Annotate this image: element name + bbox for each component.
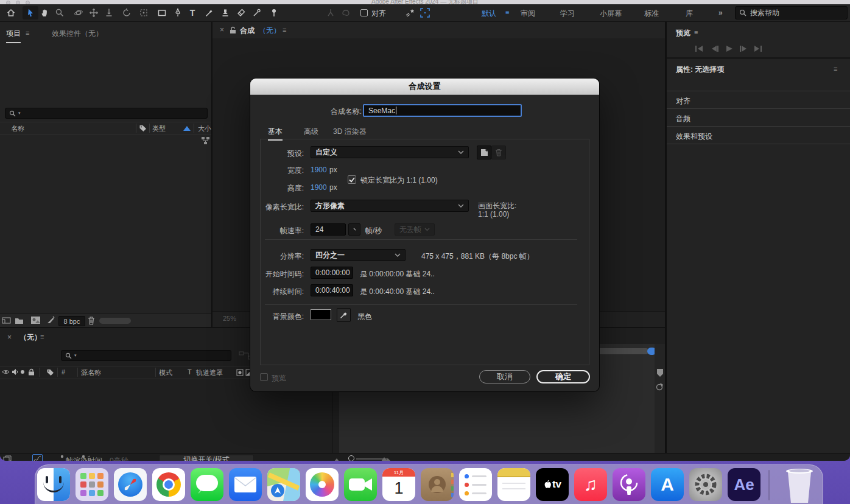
camera-tracker-tool-icon[interactable]	[138, 7, 150, 18]
video-visibility-icon[interactable]	[2, 369, 10, 375]
roto-brush-tool-icon[interactable]	[251, 7, 263, 18]
ok-button[interactable]: 确定	[536, 370, 590, 383]
new-folder-icon[interactable]	[15, 317, 24, 324]
section-effects-presets[interactable]: 效果和预设	[676, 131, 712, 142]
dock-icon-settings[interactable]	[689, 468, 722, 501]
rotation-tool-icon[interactable]	[121, 7, 133, 18]
dock-icon-calendar[interactable]: 11月 1	[382, 468, 415, 501]
dock-icon-safari[interactable]	[114, 468, 147, 501]
workspace-bracket-icon[interactable]	[419, 7, 431, 18]
zoom-in-mountains-icon[interactable]	[381, 456, 392, 461]
comp-button-icon[interactable]	[655, 382, 665, 392]
snapshot-stack-icon[interactable]	[3, 455, 12, 461]
first-frame-icon[interactable]	[695, 45, 704, 52]
column-type[interactable]: 类型	[152, 124, 166, 133]
column-mode[interactable]: 模式	[159, 368, 172, 377]
tab-preview[interactable]: 预览	[676, 28, 690, 38]
project-panel-menu-icon[interactable]: ≡	[26, 29, 29, 37]
tab-composition-none[interactable]: （无）	[259, 26, 281, 36]
dock-icon-music[interactable]: ♫	[574, 468, 607, 501]
timeline-close-icon[interactable]: ×	[7, 333, 12, 341]
comp-marker-bin-icon[interactable]	[656, 368, 664, 377]
dialog-tab-advanced[interactable]: 高级	[304, 127, 318, 137]
column-track-matte[interactable]: 轨道遮罩	[196, 368, 223, 377]
dock-icon-trash[interactable]	[784, 467, 815, 503]
flowchart-icon[interactable]	[201, 136, 210, 145]
selection-tool-icon[interactable]	[24, 7, 37, 18]
unlock-icon[interactable]	[230, 26, 236, 34]
snap-checkbox[interactable]	[360, 9, 368, 16]
workspace-tab-small-screen[interactable]: 小屏幕	[600, 9, 622, 19]
project-search-input[interactable]: ▾	[5, 108, 208, 119]
background-color-swatch[interactable]	[311, 309, 331, 320]
frame-rate-dropdown-button[interactable]	[348, 223, 360, 236]
column-size[interactable]: 大小	[198, 124, 211, 133]
dock-icon-photos[interactable]	[306, 468, 339, 501]
help-search-box[interactable]: 搜索帮助	[735, 6, 848, 19]
width-value[interactable]: 1900	[311, 166, 327, 174]
pan-camera-tool-icon[interactable]	[88, 7, 100, 18]
height-value[interactable]: 1900	[311, 183, 327, 192]
comp-name-input[interactable]: SeeMac	[363, 104, 522, 117]
snap-label[interactable]: 对齐	[371, 9, 386, 19]
workspace-tab-standard[interactable]: 标准	[644, 9, 659, 19]
play-icon[interactable]	[725, 45, 734, 52]
section-align[interactable]: 对齐	[676, 96, 690, 107]
hand-tool-icon[interactable]	[39, 7, 51, 18]
home-icon[interactable]	[5, 7, 17, 18]
workspace-tab-default[interactable]: 默认	[482, 9, 496, 19]
motion-blur-star-icon[interactable]	[404, 7, 416, 18]
clone-stamp-tool-icon[interactable]	[219, 7, 231, 18]
graph-toggle-icon[interactable]	[32, 454, 43, 461]
dock-icon-chrome[interactable]	[152, 468, 185, 501]
search-options-caret-icon[interactable]: ▾	[18, 111, 21, 116]
solo-icon[interactable]	[21, 370, 24, 374]
properties-panel-menu-icon[interactable]: ≡	[834, 65, 837, 72]
preset-dropdown[interactable]: 自定义	[311, 146, 469, 158]
magnification-value[interactable]: 25%	[223, 315, 236, 322]
column-preserve-transparency[interactable]: T	[188, 368, 192, 376]
interpret-footage-icon[interactable]	[2, 317, 11, 324]
frame-rate-input[interactable]: 24	[311, 223, 346, 236]
label-color-column-icon[interactable]	[139, 124, 147, 132]
text-tool-icon[interactable]: T	[186, 7, 198, 18]
timeline-tab-none[interactable]: （无）	[19, 332, 41, 343]
lock-aspect-label[interactable]: 锁定长宽比为 1:1 (1.00)	[360, 175, 438, 186]
zoom-tool-icon[interactable]	[54, 7, 66, 18]
audio-icon[interactable]	[12, 368, 19, 376]
dock-icon-maps[interactable]	[267, 468, 300, 501]
pen-tool-icon[interactable]	[172, 7, 184, 18]
composition-panel-menu-icon[interactable]: ≡	[283, 26, 286, 33]
column-name[interactable]: 名称	[11, 124, 24, 133]
eraser-tool-icon[interactable]	[235, 7, 247, 18]
trash-icon[interactable]	[87, 316, 96, 325]
cancel-button[interactable]: 取消	[479, 370, 530, 383]
search-options-caret-icon[interactable]: ▾	[74, 353, 77, 358]
tab-project[interactable]: 项目	[6, 29, 21, 43]
resolution-dropdown[interactable]: 四分之一	[311, 249, 406, 261]
dialog-tab-3d-renderer[interactable]: 3D 渲染器	[333, 127, 367, 137]
lock-aspect-checkbox[interactable]	[348, 175, 356, 184]
dock-icon-launchpad[interactable]	[76, 468, 108, 501]
close-tab-icon[interactable]: ×	[220, 26, 224, 34]
dock-icon-appletv[interactable]: tv	[536, 468, 569, 501]
label-column-icon[interactable]	[46, 368, 54, 376]
sort-ascending-icon[interactable]	[183, 126, 191, 131]
project-scrollbar-thumb[interactable]	[99, 318, 131, 324]
save-preset-icon[interactable]	[477, 145, 491, 159]
dock-icon-reminders[interactable]	[459, 468, 492, 501]
workspace-overflow-chevron[interactable]: »	[718, 9, 723, 17]
orbit-camera-tool-icon[interactable]	[72, 7, 85, 18]
bit-depth-button[interactable]: 8 bpc	[58, 316, 85, 326]
timeline-search-input[interactable]: ▾	[61, 350, 231, 361]
dock-icon-podcasts[interactable]	[613, 468, 645, 501]
timeline-panel-menu-icon[interactable]: ≡	[40, 333, 44, 340]
toggle-switches-modes-button[interactable]: 切换开关/模式	[159, 455, 254, 461]
dock-icon-contacts[interactable]	[421, 468, 454, 501]
zoom-out-mountain-icon[interactable]	[334, 457, 341, 461]
workspace-tab-review[interactable]: 审阅	[521, 9, 535, 19]
puppet-pin-tool-icon[interactable]	[268, 7, 280, 18]
rectangle-tool-icon[interactable]	[156, 7, 168, 18]
brush-tool-icon[interactable]	[203, 7, 216, 18]
tab-effect-controls[interactable]: 效果控件（无）	[52, 29, 103, 39]
